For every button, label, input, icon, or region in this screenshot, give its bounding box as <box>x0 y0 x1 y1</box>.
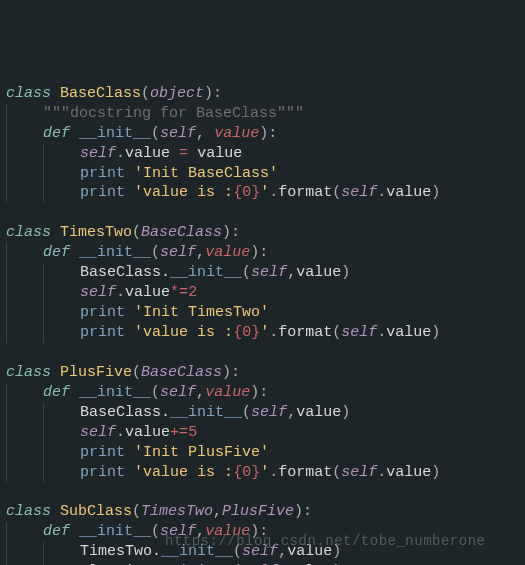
code-line[interactable]: def __init__(self,value): <box>6 383 519 403</box>
token-plain <box>51 364 60 381</box>
token-plain <box>125 464 134 481</box>
token-plain <box>70 523 79 540</box>
code-line[interactable]: def __init__(self,value): <box>6 243 519 263</box>
token-punct: ) <box>431 184 440 201</box>
token-print-kw: print <box>80 444 125 461</box>
token-func-name: __init__ <box>79 244 151 261</box>
code-line[interactable]: print 'Init BaseClass' <box>6 164 519 184</box>
token-print-kw: print <box>80 165 125 182</box>
token-string: 'value is : <box>134 464 233 481</box>
token-punct: , <box>287 264 296 281</box>
token-self-ref: self <box>341 324 377 341</box>
token-base-class: BaseClass <box>141 224 222 241</box>
code-line[interactable]: def __init__(self,value): <box>6 522 519 542</box>
token-self-ref: self <box>251 404 287 421</box>
token-punct: ): <box>222 364 240 381</box>
token-num: 2 <box>188 284 197 301</box>
code-line[interactable]: self.value = value <box>6 144 519 164</box>
token-string: 'Init TimesTwo' <box>134 304 269 321</box>
token-plain <box>70 384 79 401</box>
code-line[interactable]: print 'Init PlusFive' <box>6 443 519 463</box>
token-punct: ( <box>332 324 341 341</box>
code-line[interactable]: def __init__(self, value): <box>6 124 519 144</box>
indent-guide <box>6 283 34 303</box>
token-param: value <box>205 523 250 540</box>
code-line[interactable]: class TimesTwo(BaseClass): <box>6 223 519 243</box>
indent-guide <box>6 423 34 443</box>
token-punct: ): <box>250 384 268 401</box>
code-line[interactable] <box>6 343 519 363</box>
indent-guide <box>6 443 34 463</box>
token-punct: , <box>196 384 205 401</box>
token-plain: value <box>386 324 431 341</box>
token-plain: value <box>296 404 341 421</box>
code-line[interactable] <box>6 203 519 223</box>
indent-guide <box>6 124 34 144</box>
token-param: value <box>214 125 259 142</box>
indent-guide <box>6 522 34 542</box>
token-punct: ): <box>259 125 277 142</box>
token-plain: value <box>386 184 431 201</box>
token-param-self: self <box>160 384 196 401</box>
token-print-kw: print <box>80 464 125 481</box>
token-punct: ) <box>431 464 440 481</box>
code-line[interactable]: print 'value is :{0}'.format(self.value) <box>6 463 519 483</box>
token-punct: , <box>196 125 214 142</box>
token-print-kw: print <box>80 304 125 321</box>
token-func-name: __init__ <box>79 384 151 401</box>
code-line[interactable]: class BaseClass(object): <box>6 84 519 104</box>
token-punct: ( <box>242 264 251 281</box>
indent-guide <box>43 303 71 323</box>
indent-guide <box>6 263 34 283</box>
token-kw-storage: class <box>6 364 51 381</box>
token-punct: ): <box>222 224 240 241</box>
indent-guide <box>6 463 34 483</box>
token-punct: , <box>196 523 205 540</box>
code-editor[interactable]: class BaseClass(object): """docstring fo… <box>6 84 519 565</box>
code-line[interactable] <box>6 483 519 503</box>
token-plain <box>51 224 60 241</box>
token-punct: ): <box>250 244 268 261</box>
code-line[interactable]: class PlusFive(BaseClass): <box>6 363 519 383</box>
token-kw-storage: class <box>6 224 51 241</box>
code-line[interactable]: BaseClass.__init__(self,value) <box>6 403 519 423</box>
code-line[interactable]: TimesTwo.__init__(self,value) <box>6 542 519 562</box>
token-base-class: object <box>150 85 204 102</box>
code-line[interactable]: print 'value is :{0}'.format(self.value) <box>6 323 519 343</box>
indent-guide <box>43 423 71 443</box>
token-string: ' <box>260 464 269 481</box>
code-line[interactable]: print 'value is :{0}'.format(self.value) <box>6 183 519 203</box>
token-punct: . <box>116 424 125 441</box>
token-plain <box>51 503 60 520</box>
code-line[interactable]: print 'Init TimesTwo' <box>6 303 519 323</box>
token-plain <box>70 244 79 261</box>
token-kw-storage: class <box>6 85 51 102</box>
token-plain: format <box>278 324 332 341</box>
token-format-spec: {0} <box>233 324 260 341</box>
token-punct: . <box>269 464 278 481</box>
token-plain: value <box>386 464 431 481</box>
indent-guide <box>43 463 71 483</box>
code-line[interactable]: BaseClass.__init__(self,value) <box>6 263 519 283</box>
indent-guide <box>6 303 34 323</box>
token-self-ref: self <box>80 424 116 441</box>
token-op: += <box>170 424 188 441</box>
token-plain <box>70 125 79 142</box>
indent-guide <box>43 403 71 423</box>
token-func-name: __init__ <box>79 125 151 142</box>
token-self-ref: self <box>80 145 116 162</box>
code-line[interactable]: """docstring for BaseClass""" <box>6 104 519 124</box>
code-line[interactable]: self.value+=5 <box>6 423 519 443</box>
token-punct: ( <box>151 523 160 540</box>
indent-guide <box>6 164 34 184</box>
token-op: *= <box>170 284 188 301</box>
token-base-class: BaseClass <box>141 364 222 381</box>
token-class-name: BaseClass <box>60 85 141 102</box>
indent-guide <box>6 542 34 562</box>
token-kw-def: def <box>43 523 70 540</box>
code-line[interactable]: class SubClass(TimesTwo,PlusFive): <box>6 502 519 522</box>
token-self-ref: self <box>251 264 287 281</box>
token-punct: ( <box>132 364 141 381</box>
code-line[interactable]: self.value*=2 <box>6 283 519 303</box>
token-punct: ( <box>233 543 242 560</box>
